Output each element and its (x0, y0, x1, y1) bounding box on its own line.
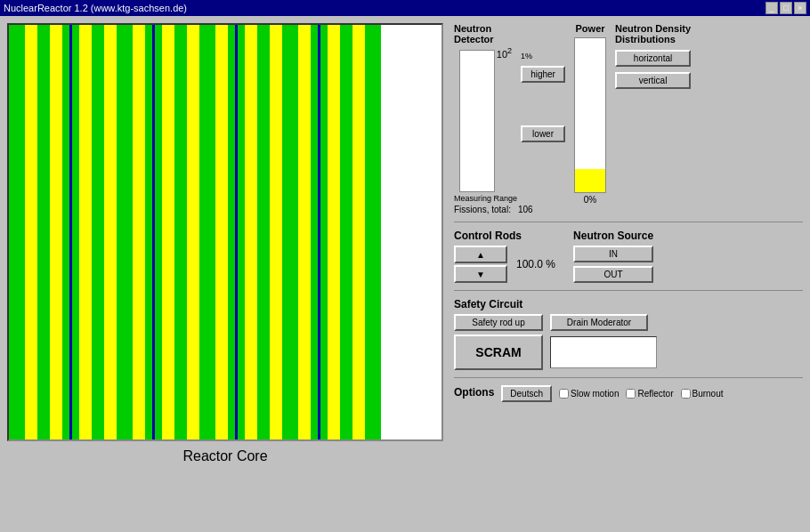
options-section: Options Deutsch Slow motion Reflector Bu… (454, 385, 803, 402)
power-bar (574, 37, 606, 193)
slow-motion-label[interactable]: Slow motion (559, 389, 619, 399)
reactor-stripe (117, 25, 133, 439)
reactor-stripe (174, 25, 187, 439)
control-rod-controls: ▲ ▼ (454, 246, 507, 283)
reactor-stripe (340, 25, 352, 439)
reactor-core-panel: Reactor Core (7, 23, 443, 525)
reactor-stripe (162, 25, 174, 439)
neutron-detector-panel: Neutron Detector 102 Measuring (454, 23, 565, 214)
reactor-stripe (245, 25, 257, 439)
power-pct-label: 0% (584, 195, 596, 205)
minimize-button[interactable]: _ (765, 2, 778, 14)
horizontal-button[interactable]: horizontal (615, 50, 691, 67)
safety-section: Safety Circuit Safety rod up Drain Moder… (454, 298, 803, 370)
neutron-density-panel: Neutron Density Distributions horizontal… (615, 23, 691, 89)
fissions-row: Fissions, total: 106 (454, 205, 565, 214)
power-title: Power (576, 23, 605, 34)
safety-circuit-title: Safety Circuit (454, 298, 803, 310)
divider2 (454, 290, 803, 291)
reactor-stripe (298, 25, 311, 439)
neutron-density-title: Neutron Density (615, 23, 691, 34)
reactor-stripe (328, 25, 340, 439)
close-button[interactable]: × (794, 2, 806, 14)
divider1 (454, 222, 803, 222)
control-rods-section: Control Rods ▲ ▼ 100.0 % Neutron Source … (454, 230, 803, 283)
safety-rod-up-button[interactable]: Safety rod up (454, 314, 543, 331)
power-panel: Power 0% (574, 23, 606, 205)
neutron-source-panel: Neutron Source IN OUT (573, 230, 653, 283)
neutron-gauge-fill (460, 51, 494, 191)
deutsch-button[interactable]: Deutsch (501, 385, 552, 402)
neutron-out-button[interactable]: OUT (573, 266, 653, 283)
reactor-stripe (352, 25, 365, 439)
higher-button[interactable]: higher (521, 66, 565, 83)
rod-up-button[interactable]: ▲ (454, 246, 507, 263)
neutron-source-title: Neutron Source (573, 230, 653, 242)
vertical-button[interactable]: vertical (615, 72, 691, 89)
reactor-stripe (257, 25, 270, 439)
reactor-stripe (37, 25, 50, 439)
options-title: Options (454, 386, 494, 399)
control-rods-title: Control Rods (454, 230, 559, 242)
reactor-stripe (62, 25, 69, 439)
top-section: Neutron Detector 102 Measuring (454, 23, 803, 214)
scram-display (550, 336, 657, 368)
reactor-stripe (228, 25, 235, 439)
neutron-detector-title2: Detector (454, 34, 494, 44)
title-bar: NuclearReactor 1.2 (www.ktg-sachsen.de) … (0, 0, 810, 16)
reactor-stripe (104, 25, 117, 439)
reactor-core-label: Reactor Core (182, 448, 267, 464)
reactor-stripe (72, 25, 79, 439)
reactor-stripe (199, 25, 215, 439)
reactor-stripe (215, 25, 228, 439)
maximize-button[interactable]: □ (780, 2, 792, 14)
window-title: NuclearReactor 1.2 (www.ktg-sachsen.de) (4, 3, 187, 13)
reflector-checkbox[interactable] (626, 389, 636, 399)
reactor-stripe (282, 25, 298, 439)
rod-pct-label: 100.0 % (513, 254, 559, 274)
percent-label: 1% (521, 52, 565, 60)
reactor-stripe (320, 25, 328, 439)
reactor-stripe (270, 25, 282, 439)
lower-button[interactable]: lower (521, 125, 565, 142)
drain-moderator-button[interactable]: Drain Moderator (550, 314, 648, 331)
reactor-core-display (7, 23, 443, 441)
right-panel: Neutron Detector 102 Measuring (454, 23, 803, 525)
neutron-in-button[interactable]: IN (573, 246, 653, 262)
reactor-stripe (50, 25, 62, 439)
reactor-stripe (238, 25, 245, 439)
neutron-exponent-base: 10 (497, 49, 507, 60)
reactor-stripe (155, 25, 162, 439)
measuring-range-label: Measuring Range (454, 194, 517, 203)
reactor-stripe (187, 25, 199, 439)
reactor-stripe (133, 25, 145, 439)
burnout-checkbox[interactable] (681, 389, 691, 399)
neutron-density-title2: Distributions (615, 34, 676, 44)
fissions-label: Fissions, total: (454, 205, 511, 214)
reactor-stripe (25, 25, 37, 439)
reactor-stripe (365, 25, 381, 439)
fissions-value: 106 (518, 205, 533, 214)
reactor-stripe (79, 25, 92, 439)
rod-down-button[interactable]: ▼ (454, 265, 507, 283)
reactor-stripe (9, 25, 25, 439)
neutron-detector-title: Neutron (454, 23, 491, 34)
slow-motion-checkbox[interactable] (559, 389, 569, 399)
divider3 (454, 377, 803, 378)
control-rods-panel: Control Rods ▲ ▼ 100.0 % (454, 230, 559, 283)
reactor-stripe (311, 25, 318, 439)
reactor-stripe (145, 25, 152, 439)
scram-button[interactable]: SCRAM (454, 335, 543, 370)
reflector-label[interactable]: Reflector (626, 389, 673, 399)
neutron-gauge-bar (459, 50, 495, 192)
power-fill (575, 169, 605, 192)
neutron-exponent-power: 2 (507, 46, 512, 55)
reactor-stripe (92, 25, 104, 439)
burnout-label[interactable]: Burnout (681, 389, 724, 399)
